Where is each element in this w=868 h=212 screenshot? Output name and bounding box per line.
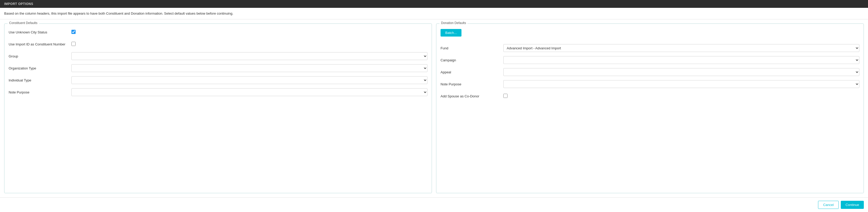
constituent-note-purpose-control xyxy=(71,88,428,96)
add-spouse-row: Add Spouse as Co-Donor xyxy=(440,92,859,100)
individual-type-control xyxy=(71,76,428,84)
donation-defaults-legend: Donation Defaults xyxy=(439,21,467,25)
donation-note-purpose-control xyxy=(503,80,859,88)
constituent-note-purpose-select[interactable] xyxy=(71,88,428,96)
add-spouse-label: Add Spouse as Co-Donor xyxy=(440,94,503,98)
use-unknown-city-row: Use Unknown City Status xyxy=(9,28,428,36)
individual-type-row: Individual Type xyxy=(9,76,428,84)
campaign-select[interactable] xyxy=(503,56,859,64)
use-unknown-city-label: Use Unknown City Status xyxy=(9,30,71,34)
constituent-note-purpose-row: Note Purpose xyxy=(9,88,428,96)
group-row: Group xyxy=(9,52,428,60)
appeal-label: Appeal xyxy=(440,70,503,74)
group-label: Group xyxy=(9,54,71,58)
main-content: Constituent Defaults Use Unknown City St… xyxy=(0,19,868,198)
use-import-id-label: Use Import ID as Constituent Number xyxy=(9,42,71,46)
donation-note-purpose-row: Note Purpose xyxy=(440,80,859,88)
dialog-footer: Cancel Continue xyxy=(0,198,868,212)
appeal-control xyxy=(503,68,859,76)
cancel-button[interactable]: Cancel xyxy=(818,201,838,209)
description-text: Based on the column headers, this import… xyxy=(0,8,868,19)
batch-button-row: Batch... xyxy=(440,29,859,40)
continue-button[interactable]: Continue xyxy=(841,201,864,209)
donation-note-purpose-select[interactable] xyxy=(503,80,859,88)
individual-type-label: Individual Type xyxy=(9,78,71,82)
dialog-title: IMPORT OPTIONS xyxy=(4,2,33,6)
dialog-header: IMPORT OPTIONS xyxy=(0,0,868,8)
donation-defaults-panel: Donation Defaults Batch... Fund Advanced… xyxy=(436,24,864,193)
fund-label: Fund xyxy=(440,46,503,50)
use-import-id-row: Use Import ID as Constituent Number xyxy=(9,40,428,48)
group-select[interactable] xyxy=(71,52,428,60)
individual-type-select[interactable] xyxy=(71,76,428,84)
fund-row: Fund Advanced Import - Advanced Import xyxy=(440,44,859,52)
add-spouse-control xyxy=(503,94,859,99)
use-import-id-control xyxy=(71,42,428,47)
campaign-control xyxy=(503,56,859,64)
fund-control: Advanced Import - Advanced Import xyxy=(503,44,859,52)
group-control xyxy=(71,52,428,60)
organization-type-control xyxy=(71,64,428,72)
constituent-defaults-legend: Constituent Defaults xyxy=(8,21,39,25)
organization-type-row: Organization Type xyxy=(9,64,428,72)
campaign-label: Campaign xyxy=(440,58,503,62)
constituent-note-purpose-label: Note Purpose xyxy=(9,90,71,94)
use-import-id-checkbox[interactable] xyxy=(71,42,75,46)
campaign-row: Campaign xyxy=(440,56,859,64)
constituent-defaults-panel: Constituent Defaults Use Unknown City St… xyxy=(4,24,432,193)
use-unknown-city-control xyxy=(71,30,428,35)
organization-type-select[interactable] xyxy=(71,64,428,72)
appeal-row: Appeal xyxy=(440,68,859,76)
fund-select[interactable]: Advanced Import - Advanced Import xyxy=(503,44,859,52)
organization-type-label: Organization Type xyxy=(9,66,71,70)
use-unknown-city-checkbox[interactable] xyxy=(71,30,75,34)
add-spouse-checkbox[interactable] xyxy=(503,94,507,98)
page-wrapper: IMPORT OPTIONS Based on the column heade… xyxy=(0,0,868,212)
donation-note-purpose-label: Note Purpose xyxy=(440,82,503,86)
batch-button[interactable]: Batch... xyxy=(440,29,462,37)
appeal-select[interactable] xyxy=(503,68,859,76)
